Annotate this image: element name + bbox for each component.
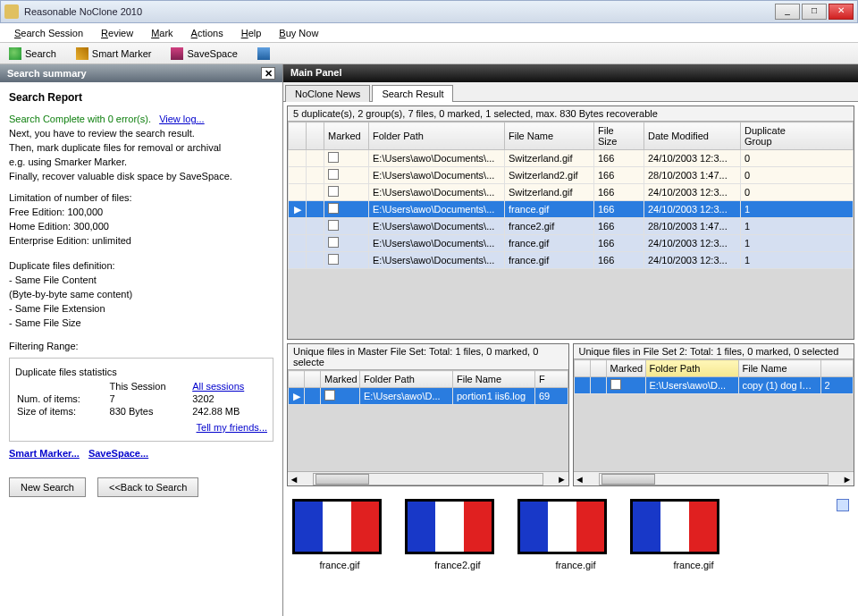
sidebar: Search summary ✕ Search Report Search Co… [0,64,283,616]
smart-marker-link[interactable]: Smart Marker... [9,448,80,459]
checkbox[interactable] [328,237,339,248]
scrollbar[interactable]: ◄► [288,471,568,485]
unique-row[interactable]: ▶ E:\Users\awo\D... portion1 iis6.log 69 [289,388,568,405]
col-date[interactable]: Date Modified [644,122,741,150]
menu-review[interactable]: Review [92,25,142,41]
col-group[interactable]: DuplicateGroup [741,122,854,150]
toolbar-extra[interactable] [254,46,273,62]
checkbox[interactable] [328,220,339,231]
table-row[interactable]: E:\Users\awo\Documents\...Switzerland2.g… [289,167,854,184]
toolbar: Search Smart Marker SaveSpace [0,43,858,64]
thumbnail[interactable] [292,499,382,554]
col-folder[interactable]: Folder Path [369,122,505,150]
unique-master-grid: Unique files in Master File Set: Total: … [287,343,569,486]
close-button[interactable]: ✕ [829,4,854,20]
scrollbar[interactable]: ◄► [574,471,854,485]
main-panel: Main Panel NoClone News Search Result 5 … [283,64,858,616]
checkbox[interactable] [328,152,339,163]
thumbnail[interactable] [517,499,607,554]
table-row[interactable]: E:\Users\awo\Documents\...france2.gif166… [289,218,854,235]
duplicates-grid: 5 duplicate(s), 2 group(s), 7 files, 0 m… [287,105,854,340]
sidebar-header: Search summary ✕ [0,64,282,82]
marker-icon [76,47,88,60]
all-sessions-link[interactable]: All sessions [192,381,244,392]
table-row[interactable]: E:\Users\awo\Documents\...Switzerland.gi… [289,184,854,201]
table-row[interactable]: ▶E:\Users\awo\Documents\...france.gif166… [289,201,854,218]
thumb-caption: france2.gif [410,560,505,570]
search-icon [9,47,21,60]
report-title: Search Report [9,91,273,104]
thumb-caption: france.gif [292,560,387,570]
menu-bar: Search Session Review Mark Actions Help … [0,23,858,43]
toolbar-smart-marker[interactable]: Smart Marker [72,46,156,62]
col-chk[interactable] [307,122,324,150]
tell-friends-link[interactable]: Tell my friends... [197,422,267,433]
back-to-search-button[interactable]: <<Back to Search [97,477,198,497]
sidebar-close[interactable]: ✕ [261,67,275,80]
col-file[interactable]: File Name [505,122,594,150]
main-header: Main Panel [283,64,858,82]
col-ptr[interactable] [289,122,307,150]
menu-buy-now[interactable]: Buy Now [270,25,327,41]
thumb-caption: france.gif [646,560,741,570]
tab-bar: NoClone News Search Result [283,82,858,102]
thumbnail[interactable] [630,499,719,554]
col-size[interactable]: FileSize [594,122,644,150]
view-log-link[interactable]: View log... [159,114,205,124]
table-row[interactable]: E:\Users\awo\Documents\...france.gif1662… [289,235,854,252]
window-titlebar: Reasonable NoClone 2010 _ □ ✕ [0,0,858,23]
checkbox[interactable] [328,254,339,265]
menu-help[interactable]: Help [232,25,271,41]
minimize-button[interactable]: _ [775,4,800,20]
complete-status: Search Complete with 0 error(s). [9,114,151,124]
checkbox[interactable] [328,169,339,180]
checkbox[interactable] [328,186,339,197]
checkbox[interactable] [610,379,621,390]
table-row[interactable]: E:\Users\awo\Documents\...Switzerland.gi… [289,150,854,167]
thumbnail[interactable] [405,499,494,554]
toolbar-search[interactable]: Search [5,46,60,62]
savespace-link[interactable]: SaveSpace... [88,448,148,459]
maximize-button[interactable]: □ [802,4,827,20]
tab-search-result[interactable]: Search Result [372,85,453,102]
stats-box: Duplicate files statistics This SessionA… [9,358,273,442]
checkbox[interactable] [328,203,339,214]
duplicates-caption: 5 duplicate(s), 2 group(s), 7 files, 0 m… [288,106,854,122]
app-icon [4,4,19,19]
menu-mark[interactable]: Mark [142,25,181,41]
unique-master-caption: Unique files in Master File Set: Total: … [288,344,568,370]
unique-row[interactable]: E:\Users\awo\D... copy (1) dog loos... 2 [574,377,854,394]
window-title: Reasonable NoClone 2010 [24,6,775,17]
thumbnail-row [287,490,854,554]
checkbox[interactable] [324,390,335,401]
tab-noclone-news[interactable]: NoClone News [285,85,370,102]
thumb-caption: france.gif [528,560,623,570]
save-icon[interactable] [837,499,849,511]
savespace-icon [171,47,183,60]
new-search-button[interactable]: New Search [9,477,86,497]
extra-icon [257,47,270,60]
menu-actions[interactable]: Actions [182,25,232,41]
unique-set2-grid: Unique files in File Set 2: Total: 1 fil… [573,343,855,486]
table-row[interactable]: E:\Users\awo\Documents\...france.gif1662… [289,252,854,269]
unique-set2-caption: Unique files in File Set 2: Total: 1 fil… [574,344,854,359]
menu-search-session[interactable]: Search Session [5,25,92,41]
toolbar-savespace[interactable]: SaveSpace [167,46,240,62]
col-marked[interactable]: Marked [324,122,369,150]
